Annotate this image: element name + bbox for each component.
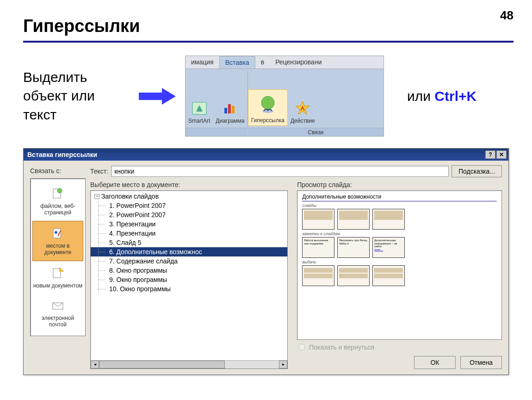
ribbon-snippet: имацияВставкавРецензировани SmartArt Диа [185, 56, 384, 137]
collapse-icon[interactable]: − [94, 194, 99, 199]
sidebar-item[interactable]: местом в документе [32, 221, 83, 261]
page-title: Гиперссылки [23, 16, 513, 43]
tree-item[interactable]: 2. PowerPoint 2007 [91, 210, 287, 219]
preview-thumb [302, 209, 334, 230]
tree-item[interactable]: 1. PowerPoint 2007 [91, 201, 287, 210]
preview-sec-3: выдачи [302, 260, 497, 264]
svg-point-13 [55, 231, 57, 234]
tree-item[interactable]: 4. Презентации [91, 229, 287, 238]
help-button[interactable]: ? [485, 150, 495, 159]
ribbon-hyperlink-label: Гиперссылка [251, 117, 285, 124]
h-scrollbar[interactable]: ◂ ▸ [91, 360, 287, 369]
sidebar-icon [50, 266, 65, 281]
ribbon-tab[interactable]: Рецензировани [270, 56, 327, 69]
ok-button[interactable]: ОК [414, 356, 456, 369]
ribbon-group-left-caption [186, 128, 247, 136]
tree-root[interactable]: − Заголовки слайдов [91, 192, 287, 201]
sidebar-item[interactable]: электронной почтой [31, 294, 85, 333]
show-return-label: Показать и вернуться [309, 344, 374, 351]
sidebar-icon [50, 226, 65, 241]
preview-thumb: Работа выполнена при поддержке [302, 237, 334, 258]
tree-item[interactable]: 6. Дополнительные возможнос [91, 247, 287, 256]
chart-icon [221, 99, 240, 118]
close-button[interactable]: ✕ [496, 150, 507, 159]
svg-marker-0 [139, 88, 176, 105]
svg-rect-3 [224, 108, 227, 113]
svg-rect-4 [228, 104, 231, 113]
ribbon-hyperlink[interactable]: Гиперссылка [248, 89, 288, 126]
ribbon-action-label: Действие [291, 118, 315, 124]
ribbon-tab[interactable]: Вставка [219, 56, 255, 69]
preview-thumb [337, 209, 370, 230]
scroll-left-icon[interactable]: ◂ [91, 361, 99, 369]
globe-link-icon [256, 92, 279, 117]
link-type-sidebar: файлом, веб-страницейместом в документен… [30, 178, 86, 336]
titlebar: Вставка гиперссылки ? ✕ [24, 149, 508, 161]
tree-label: Выберите место в документе: [90, 181, 288, 188]
insert-hyperlink-dialog: Вставка гиперссылки ? ✕ Связать с: файло… [23, 148, 509, 375]
svg-rect-5 [232, 106, 235, 113]
ribbon-smartart[interactable]: SmartArt [186, 97, 213, 126]
ribbon-smartart-label: SmartArt [188, 118, 210, 124]
show-return-checkbox [299, 344, 305, 350]
preview-thumb [337, 265, 370, 286]
slide-preview: Дополнительные возможности слайды заметк… [297, 190, 502, 340]
sidebar-item[interactable]: новым документом [31, 261, 85, 294]
ribbon-action[interactable]: Действие [288, 97, 318, 126]
instruction-text: Выделить объект или текст [23, 68, 130, 125]
preview-thumb: Рассказать про Репку, бабку и [337, 237, 370, 258]
sidebar-item-label: новым документом [33, 282, 83, 289]
preview-thumb [372, 265, 405, 286]
sidebar-icon [50, 186, 65, 201]
hint-button[interactable]: Подсказка... [452, 165, 502, 177]
sidebar-icon [50, 298, 65, 313]
smartart-icon [190, 99, 209, 118]
sidebar-item-label: электронной почтой [32, 315, 83, 328]
ribbon-chart-label: Диаграмма [216, 118, 244, 124]
action-icon [293, 99, 312, 118]
preview-slide-title: Дополнительные возможности [302, 194, 497, 201]
tree-item[interactable]: 9. Окно программы [91, 275, 287, 284]
tree-item[interactable]: 8. Окно программы [91, 266, 287, 275]
link-with-label: Связать с: [30, 165, 61, 175]
svg-point-11 [57, 188, 62, 193]
tree-item[interactable]: 5. Слайд 5 [91, 238, 287, 247]
preview-label: Просмотр слайда: [297, 181, 502, 188]
scroll-thumb[interactable] [99, 361, 225, 369]
preview-sec-1: слайды [302, 203, 497, 208]
display-text-input[interactable] [111, 166, 449, 177]
tree-item[interactable]: 3. Презентации [91, 219, 287, 229]
tree-root-label: Заголовки слайдов [101, 193, 159, 200]
ribbon-chart[interactable]: Диаграмма [213, 97, 247, 126]
ribbon-tab[interactable]: в [255, 56, 270, 69]
preview-thumb [372, 209, 405, 230]
arrow-icon [139, 87, 176, 106]
ribbon-tab[interactable]: имация [186, 56, 219, 69]
sidebar-item[interactable]: файлом, веб-страницей [31, 181, 85, 221]
tree-item[interactable]: 10. Окно программы [91, 284, 287, 294]
svg-marker-15 [60, 268, 63, 271]
preview-thumb: Дополнительная информация – на сайтеwww… [372, 237, 405, 258]
hotkey-text: или Ctrl+K [407, 88, 476, 104]
preview-thumb [302, 265, 334, 286]
sidebar-item-label: местом в документе [35, 243, 81, 256]
scroll-right-icon[interactable]: ▸ [279, 361, 287, 369]
dialog-title: Вставка гиперссылки [27, 151, 97, 158]
tree-item[interactable]: 7. Содержание слайда [91, 256, 287, 266]
cancel-button[interactable]: Отмена [460, 356, 502, 369]
text-label: Текст: [90, 168, 108, 175]
place-tree[interactable]: − Заголовки слайдов 1. PowerPoint 20072.… [90, 190, 288, 369]
sidebar-item-label: файлом, веб-страницей [32, 203, 83, 216]
preview-sec-2: заметки к слайдам [302, 231, 497, 236]
ribbon-links-caption: Связи [248, 128, 384, 136]
